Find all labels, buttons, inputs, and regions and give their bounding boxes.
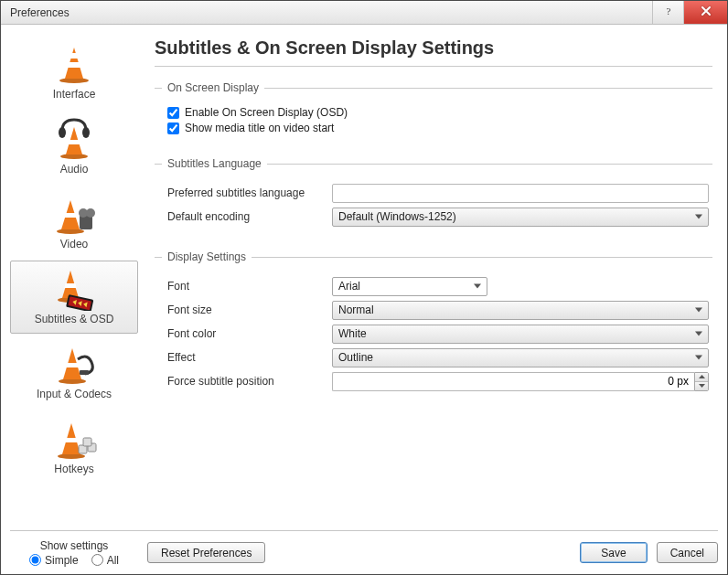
sidebar-item-interface[interactable]: Interface [10, 36, 138, 109]
checkbox-enable-osd-label: Enable On Screen Display (OSD) [185, 106, 348, 119]
sidebar-item-label: Interface [53, 88, 96, 101]
label-font-color: Font color [167, 327, 332, 340]
svg-rect-13 [80, 370, 89, 375]
svg-point-4 [82, 127, 90, 138]
label-default-encoding: Default encoding [167, 210, 332, 223]
checkbox-show-title[interactable] [167, 122, 179, 134]
sidebar-item-label: Subtitles & OSD [35, 313, 114, 325]
sidebar-item-hotkeys[interactable]: Hotkeys [10, 410, 138, 484]
group-subtitles-language: Subtitles Language Preferred subtitles l… [155, 157, 712, 234]
label-force-position: Force subtitle position [167, 375, 332, 388]
select-font-size-value: Normal [338, 303, 374, 316]
show-settings-label: Show settings [40, 539, 109, 552]
select-effect-value: Outline [338, 351, 373, 364]
label-preferred-language: Preferred subtitles language [167, 186, 332, 199]
label-effect: Effect [167, 351, 332, 364]
sidebar-item-audio[interactable]: Audio [10, 111, 138, 184]
sidebar-item-input-codecs[interactable]: Input & Codecs [10, 335, 138, 409]
caption-buttons: ? [652, 1, 727, 24]
chevron-up-icon [699, 375, 705, 378]
board-cone-icon [47, 267, 102, 311]
label-font-size: Font size [167, 303, 332, 316]
checkbox-enable-osd[interactable] [167, 107, 179, 119]
cone-icon [47, 42, 102, 86]
spin-up-button[interactable] [695, 373, 708, 382]
svg-point-8 [86, 208, 95, 218]
sidebar-item-label: Input & Codecs [37, 388, 112, 400]
footer: Show settings Simple All Reset Preferenc… [10, 530, 718, 574]
label-font: Font [167, 280, 332, 293]
headphones-cone-icon [47, 117, 102, 161]
group-display-settings: Display Settings Font Arial Font size No… [155, 250, 712, 399]
select-font-size[interactable]: Normal [332, 301, 709, 320]
help-icon: ? [663, 5, 674, 19]
sidebar: Interface Audio [10, 32, 138, 530]
cable-cone-icon [47, 342, 102, 386]
close-icon [701, 5, 712, 19]
sidebar-item-label: Audio [60, 163, 89, 176]
preferences-window: Preferences ? [0, 0, 728, 575]
spin-buttons [694, 372, 709, 391]
sidebar-item-video[interactable]: Video [10, 186, 138, 259]
page-title: Subtitles & On Screen Display Settings [155, 34, 712, 67]
window-body: Interface Audio [1, 25, 727, 530]
group-osd: On Screen Display Enable On Screen Displ… [155, 81, 712, 141]
radio-all-label: All [107, 554, 119, 567]
sidebar-item-label: Hotkeys [54, 463, 93, 475]
radio-simple[interactable] [29, 554, 41, 566]
select-font-color-value: White [338, 327, 367, 340]
keys-cone-icon [47, 417, 102, 461]
input-preferred-language[interactable] [332, 184, 709, 203]
cancel-button[interactable]: Cancel [657, 542, 718, 563]
radio-simple-wrap[interactable]: Simple [29, 554, 79, 567]
select-default-encoding[interactable]: Default (Windows-1252) [332, 208, 709, 227]
sidebar-item-subtitles-osd[interactable]: Subtitles & OSD [10, 261, 138, 334]
group-lang-legend: Subtitles Language [162, 157, 267, 170]
help-button[interactable]: ? [652, 1, 683, 24]
svg-rect-17 [83, 438, 91, 446]
spin-down-button[interactable] [695, 382, 708, 390]
svg-point-3 [59, 127, 66, 138]
select-default-encoding-value: Default (Windows-1252) [338, 210, 456, 223]
select-font-color[interactable]: White [332, 325, 709, 344]
group-osd-legend: On Screen Display [162, 81, 264, 94]
reset-preferences-button[interactable]: Reset Preferences [147, 542, 265, 563]
select-font[interactable]: Arial [332, 277, 487, 296]
close-button[interactable] [683, 1, 727, 24]
select-font-value: Arial [338, 280, 360, 293]
main-pane: Subtitles & On Screen Display Settings O… [138, 32, 718, 530]
svg-text:?: ? [666, 5, 670, 16]
radio-all-wrap[interactable]: All [91, 554, 119, 567]
radio-all[interactable] [91, 554, 103, 566]
titlebar: Preferences ? [1, 1, 727, 25]
group-display-legend: Display Settings [162, 250, 252, 263]
select-effect[interactable]: Outline [332, 348, 709, 367]
film-cone-icon [47, 192, 102, 236]
checkbox-show-title-label: Show media title on video start [185, 122, 334, 134]
input-force-position[interactable] [332, 372, 694, 391]
show-settings-group: Show settings Simple All [10, 539, 138, 567]
save-button[interactable]: Save [580, 542, 647, 563]
window-title: Preferences [10, 6, 70, 19]
chevron-down-icon [699, 384, 705, 388]
spin-force-position [332, 372, 709, 391]
sidebar-item-label: Video [60, 238, 88, 250]
radio-simple-label: Simple [45, 554, 79, 567]
